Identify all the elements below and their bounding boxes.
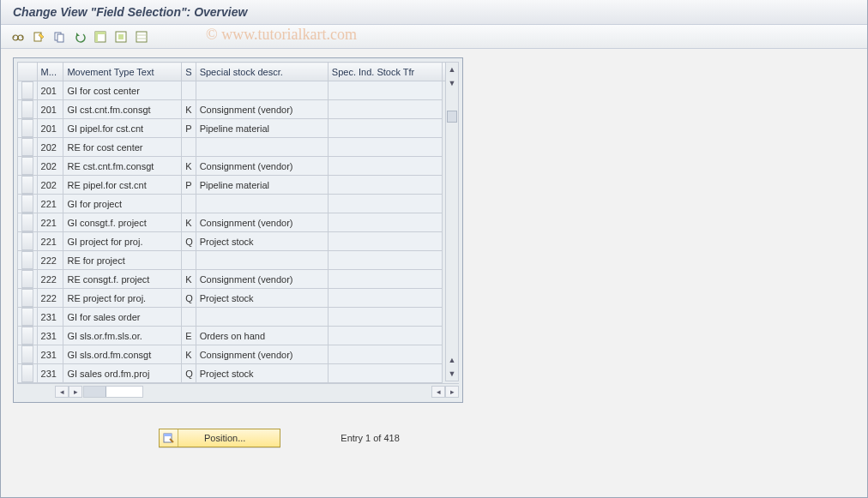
table-row[interactable]: 201GI cst.cnt.fm.consgtKConsignment (ven…: [18, 100, 459, 119]
scroll-down-button[interactable]: ▼: [446, 76, 458, 90]
horizontal-scrollbar[interactable]: ◂ ▸ ◂ ▸: [17, 383, 459, 399]
scroll-track[interactable]: [446, 90, 458, 353]
cell-text[interactable]: GI pipel.for cst.cnt: [63, 119, 182, 138]
row-selector[interactable]: [18, 289, 38, 308]
cell-tfr[interactable]: [328, 119, 443, 138]
select-all-button[interactable]: [92, 28, 109, 45]
table-row[interactable]: 222RE for project: [18, 251, 459, 270]
cell-text[interactable]: GI cst.cnt.fm.consgt: [63, 100, 182, 119]
table-row[interactable]: 231GI sls.or.fm.sls.or.EOrders on hand: [18, 327, 459, 345]
row-selector[interactable]: [18, 100, 38, 119]
cell-s[interactable]: K: [182, 100, 196, 119]
cell-mt[interactable]: 221: [37, 195, 63, 213]
cell-s[interactable]: P: [182, 119, 196, 138]
row-selector[interactable]: [18, 345, 38, 364]
cell-mt[interactable]: 201: [37, 119, 63, 138]
row-selector[interactable]: [18, 327, 38, 345]
cell-s[interactable]: E: [182, 327, 196, 345]
table-row[interactable]: 221GI for project: [18, 195, 459, 213]
row-selector[interactable]: [18, 157, 38, 176]
cell-mt[interactable]: 221: [37, 232, 63, 251]
cell-tfr[interactable]: [328, 213, 443, 232]
cell-text[interactable]: GI sales ord.fm.proj: [63, 364, 182, 383]
undo-button[interactable]: [71, 28, 88, 45]
row-selector[interactable]: [18, 195, 38, 213]
cell-s[interactable]: [182, 195, 196, 213]
cell-mt[interactable]: 222: [37, 289, 63, 308]
hscroll-left-button[interactable]: ▸: [69, 386, 82, 398]
table-row[interactable]: 231GI sls.ord.fm.consgtKConsignment (ven…: [18, 345, 459, 364]
hscroll-first-button[interactable]: ◂: [55, 386, 69, 398]
cell-desc[interactable]: [196, 308, 328, 327]
col-row-selector[interactable]: [18, 63, 38, 81]
cell-s[interactable]: [182, 251, 196, 270]
cell-s[interactable]: [182, 81, 196, 100]
cell-s[interactable]: K: [182, 213, 196, 232]
cell-mt[interactable]: 202: [37, 138, 63, 157]
cell-desc[interactable]: Orders on hand: [196, 327, 328, 345]
scroll-up-button[interactable]: ▲: [446, 63, 458, 76]
cell-text[interactable]: GI project for proj.: [63, 232, 182, 251]
row-selector[interactable]: [18, 81, 38, 100]
cell-text[interactable]: RE consgt.f. project: [63, 270, 182, 289]
toggle-display-change-button[interactable]: [9, 28, 27, 45]
cell-s[interactable]: Q: [182, 364, 196, 383]
row-selector[interactable]: [18, 119, 38, 138]
scroll-down-bottom-button[interactable]: ▼: [446, 367, 458, 381]
cell-s[interactable]: K: [182, 157, 196, 176]
position-button[interactable]: Position...: [159, 429, 280, 447]
cell-text[interactable]: RE project for proj.: [63, 289, 182, 308]
table-row[interactable]: 201GI pipel.for cst.cntPPipeline materia…: [18, 119, 459, 138]
col-movement-type[interactable]: M...: [37, 63, 63, 81]
row-selector[interactable]: [18, 251, 38, 270]
table-row[interactable]: 222RE project for proj.QProject stock: [18, 289, 459, 308]
cell-mt[interactable]: 202: [37, 176, 63, 195]
table-row[interactable]: 221GI project for proj.QProject stock: [18, 232, 459, 251]
table-row[interactable]: 231GI sales ord.fm.projQProject stock: [18, 364, 459, 383]
row-selector[interactable]: [18, 232, 38, 251]
cell-desc[interactable]: Consignment (vendor): [196, 270, 328, 289]
row-selector[interactable]: [18, 270, 38, 289]
cell-mt[interactable]: 202: [37, 157, 63, 176]
cell-tfr[interactable]: [328, 270, 443, 289]
cell-tfr[interactable]: [328, 100, 443, 119]
cell-desc[interactable]: [196, 195, 328, 213]
cell-text[interactable]: RE for cost center: [63, 138, 182, 157]
cell-tfr[interactable]: [328, 232, 443, 251]
cell-text[interactable]: GI consgt.f. project: [63, 213, 182, 232]
cell-s[interactable]: P: [182, 176, 196, 195]
cell-text[interactable]: GI for project: [63, 195, 182, 213]
cell-desc[interactable]: Project stock: [196, 232, 328, 251]
cell-desc[interactable]: Project stock: [196, 289, 328, 308]
cell-s[interactable]: Q: [182, 232, 196, 251]
hscroll-right-button[interactable]: ◂: [431, 386, 445, 398]
col-movement-text[interactable]: Movement Type Text: [63, 63, 182, 81]
cell-text[interactable]: GI sls.or.fm.sls.or.: [63, 327, 182, 345]
cell-desc[interactable]: Consignment (vendor): [196, 100, 328, 119]
cell-text[interactable]: GI for sales order: [63, 308, 182, 327]
cell-mt[interactable]: 231: [37, 345, 63, 364]
col-stock-tfr[interactable]: Spec. Ind. Stock Tfr: [328, 63, 443, 81]
new-entries-button[interactable]: [30, 28, 47, 45]
cell-desc[interactable]: [196, 251, 328, 270]
table-row[interactable]: 231GI for sales order: [18, 308, 459, 327]
cell-tfr[interactable]: [328, 308, 443, 327]
cell-text[interactable]: GI for cost center: [63, 81, 182, 100]
cell-s[interactable]: K: [182, 270, 196, 289]
cell-s[interactable]: Q: [182, 289, 196, 308]
vertical-scrollbar[interactable]: ▲ ▼ ▲ ▼: [445, 62, 459, 381]
cell-desc[interactable]: [196, 138, 328, 157]
scroll-up-bottom-button[interactable]: ▲: [446, 353, 458, 367]
cell-text[interactable]: GI sls.ord.fm.consgt: [63, 345, 182, 364]
hscroll-track[interactable]: [83, 386, 143, 398]
row-selector[interactable]: [18, 213, 38, 232]
cell-tfr[interactable]: [328, 81, 443, 100]
row-selector[interactable]: [18, 364, 38, 383]
cell-mt[interactable]: 231: [37, 364, 63, 383]
scroll-thumb[interactable]: [447, 111, 457, 123]
deselect-all-button[interactable]: [133, 28, 150, 45]
table-row[interactable]: 201GI for cost center: [18, 81, 459, 100]
cell-tfr[interactable]: [328, 176, 443, 195]
cell-tfr[interactable]: [328, 327, 443, 345]
hscroll-last-button[interactable]: ▸: [445, 386, 459, 398]
